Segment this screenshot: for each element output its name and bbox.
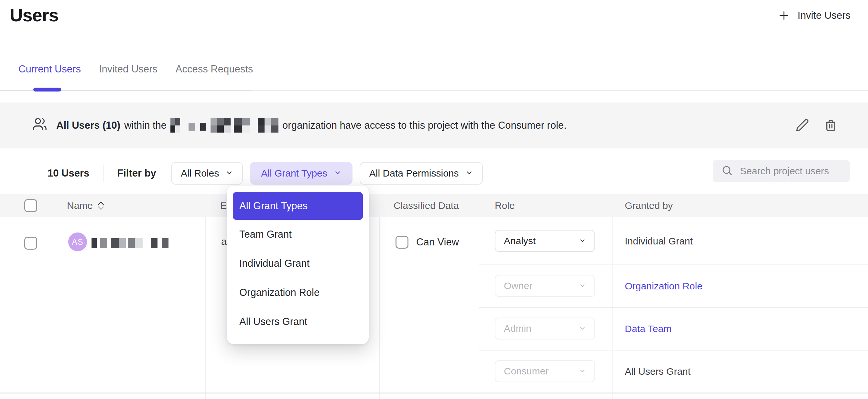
column-divider bbox=[612, 217, 613, 399]
filter-row: 10 Users Filter by All Roles All Grant T… bbox=[0, 155, 868, 191]
grant-row-divider bbox=[478, 265, 868, 265]
delete-grant-button[interactable] bbox=[824, 118, 838, 133]
banner-actions bbox=[796, 102, 838, 148]
redacted-organization-name bbox=[170, 118, 278, 132]
can-view-label: Can View bbox=[416, 236, 459, 248]
email-column-header-partial: E bbox=[220, 194, 227, 217]
all-users-banner-text: All Users (10) within the organization h… bbox=[32, 102, 567, 148]
granted-by-all-users-grant: All Users Grant bbox=[625, 366, 690, 377]
banner-bold-text: All Users (10) bbox=[56, 120, 120, 131]
trash-icon bbox=[824, 118, 838, 133]
role-select-admin[interactable]: Admin bbox=[495, 317, 595, 339]
column-divider bbox=[478, 217, 479, 399]
can-view-checkbox[interactable] bbox=[396, 236, 408, 249]
invite-users-button[interactable]: Invite Users bbox=[778, 10, 850, 21]
search-input[interactable] bbox=[740, 165, 841, 177]
sort-icon bbox=[97, 201, 104, 210]
banner-mid-text: within the bbox=[124, 120, 166, 131]
table-header: Name E Classified Data Role Granted by bbox=[0, 194, 868, 217]
banner-rest-text: organization have access to this project… bbox=[282, 120, 567, 131]
chevron-down-icon bbox=[579, 323, 586, 334]
granted-by-organization-role-link[interactable]: Organization Role bbox=[625, 281, 703, 291]
edit-grant-button[interactable] bbox=[796, 118, 809, 133]
tab-current-users[interactable]: Current Users bbox=[19, 63, 81, 75]
email-partial: a bbox=[221, 236, 227, 247]
users-icon bbox=[32, 117, 47, 134]
tab-access-requests[interactable]: Access Requests bbox=[176, 63, 253, 75]
granted-by-individual-grant: Individual Grant bbox=[625, 236, 693, 247]
user-row-divider bbox=[0, 393, 868, 394]
all-roles-filter[interactable]: All Roles bbox=[171, 162, 243, 185]
role-value: Admin bbox=[504, 323, 531, 334]
redacted-user-name bbox=[92, 238, 168, 248]
dropdown-item-all-users-grant[interactable]: All Users Grant bbox=[233, 307, 363, 336]
all-grant-types-filter[interactable]: All Grant Types bbox=[250, 162, 352, 185]
all-data-permissions-filter[interactable]: All Data Permissions bbox=[360, 162, 483, 185]
grant-types-dropdown-menu: All Grant Types Team Grant Individual Gr… bbox=[227, 186, 369, 344]
search-icon bbox=[721, 164, 733, 178]
chevron-down-icon bbox=[579, 280, 586, 291]
role-value: Analyst bbox=[504, 236, 535, 246]
granted-by-column-header: Granted by bbox=[625, 194, 673, 217]
users-count: 10 Users bbox=[48, 167, 89, 179]
active-tab-indicator bbox=[33, 88, 61, 92]
all-roles-label: All Roles bbox=[181, 168, 219, 179]
select-all-checkbox[interactable] bbox=[24, 199, 37, 212]
chevron-down-icon bbox=[579, 366, 586, 377]
search-project-users[interactable] bbox=[713, 160, 850, 182]
users-page: Users Invite Users Current Users Invited… bbox=[0, 0, 868, 399]
vertical-divider bbox=[103, 164, 103, 182]
name-column-header[interactable]: Name bbox=[67, 194, 104, 217]
classified-data-cell: Can View bbox=[396, 236, 459, 249]
chevron-down-icon bbox=[465, 168, 473, 179]
classified-data-column-header: Classified Data bbox=[394, 194, 459, 217]
tab-invited-users[interactable]: Invited Users bbox=[99, 63, 157, 75]
all-users-banner: All Users (10) within the organization h… bbox=[0, 102, 868, 148]
column-divider bbox=[379, 217, 380, 399]
tab-bar: Current Users Invited Users Access Reque… bbox=[19, 63, 253, 75]
role-select-analyst[interactable]: Analyst bbox=[495, 230, 595, 252]
role-column-header: Role bbox=[495, 194, 515, 217]
chevron-down-icon bbox=[579, 236, 586, 246]
grant-row-divider bbox=[478, 350, 868, 350]
page-title: Users bbox=[10, 4, 59, 26]
grant-row-divider bbox=[478, 307, 868, 308]
filter-by-label: Filter by bbox=[117, 167, 156, 179]
table-body: AS a Can View bbox=[0, 217, 868, 399]
avatar: AS bbox=[68, 233, 87, 251]
plus-icon bbox=[778, 10, 790, 21]
role-select-consumer[interactable]: Consumer bbox=[495, 360, 595, 382]
dropdown-item-team-grant[interactable]: Team Grant bbox=[233, 220, 363, 249]
dropdown-item-all-grant-types[interactable]: All Grant Types bbox=[233, 192, 363, 220]
dropdown-item-organization-role[interactable]: Organization Role bbox=[233, 278, 363, 307]
role-value: Consumer bbox=[504, 366, 549, 377]
all-grant-types-label: All Grant Types bbox=[261, 168, 327, 179]
name-header-label: Name bbox=[67, 200, 93, 211]
pencil-icon bbox=[796, 118, 809, 133]
dropdown-item-individual-grant[interactable]: Individual Grant bbox=[233, 249, 363, 278]
row-checkbox[interactable] bbox=[24, 237, 37, 250]
chevron-down-icon bbox=[334, 168, 342, 179]
role-value: Owner bbox=[504, 280, 532, 291]
chevron-down-icon bbox=[225, 168, 233, 179]
invite-users-label: Invite Users bbox=[798, 10, 850, 21]
role-select-owner[interactable]: Owner bbox=[495, 275, 595, 297]
all-data-permissions-label: All Data Permissions bbox=[369, 168, 459, 179]
granted-by-data-team-link[interactable]: Data Team bbox=[625, 323, 672, 334]
column-divider bbox=[205, 217, 206, 399]
